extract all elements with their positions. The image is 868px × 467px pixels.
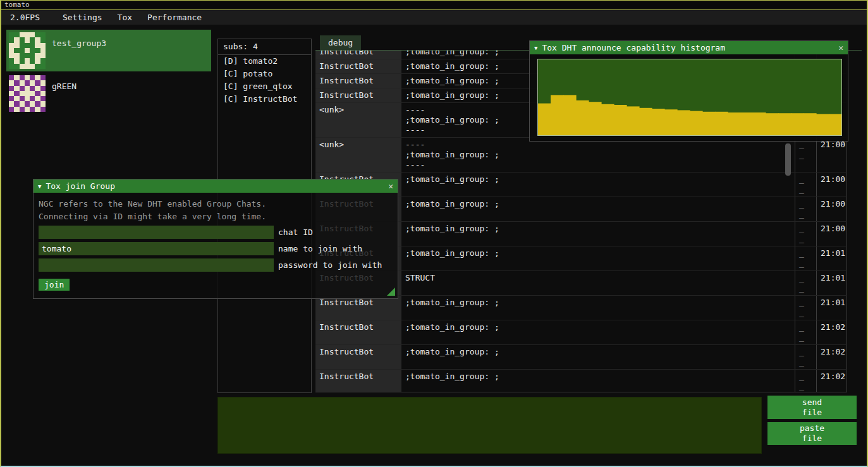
message-text: ;tomato_in_group: ; bbox=[401, 222, 795, 246]
histogram-window-title: Tox DHT announce capability histogram bbox=[542, 43, 834, 52]
histogram-window-body bbox=[530, 54, 848, 141]
app-window: tomato 2.0FPS SettingsToxPerformance tes… bbox=[0, 0, 868, 467]
join-window-body: NGC refers to the New DHT enabled Group … bbox=[34, 193, 398, 298]
chat-row[interactable]: InstructBot;tomato_in_group: ;_ _21:02 bbox=[315, 370, 847, 392]
chat-row[interactable]: <unk>---- ;tomato_in_group: ; ----_ _21:… bbox=[315, 138, 847, 173]
message-flags: _ _ bbox=[795, 296, 816, 320]
message-text: ;tomato_in_group: ; bbox=[401, 173, 795, 197]
sender-name: <unk> bbox=[315, 138, 401, 172]
message-time: 21:00 bbox=[816, 197, 847, 221]
message-text: ;tomato_in_group: ; bbox=[401, 296, 795, 320]
sender-name: InstructBot bbox=[315, 296, 401, 320]
message-text: ;tomato_in_group: ; bbox=[401, 246, 795, 270]
join-group-window: ▼ Tox join Group ✕ NGC refers to the New… bbox=[33, 179, 398, 299]
sender-name: InstructBot bbox=[315, 320, 401, 344]
sender-name: InstructBot bbox=[315, 59, 401, 73]
menu-tox[interactable]: Tox bbox=[110, 10, 140, 25]
join-password-input[interactable] bbox=[39, 258, 274, 272]
message-time: 21:02 bbox=[816, 320, 847, 344]
subs-list: [D] tomato2[C] potato[C] green_qtox[C] I… bbox=[218, 55, 311, 106]
chat-id-label: chat ID bbox=[278, 227, 313, 237]
close-icon[interactable]: ✕ bbox=[838, 43, 843, 52]
subs-item[interactable]: [C] InstructBot bbox=[218, 93, 311, 106]
chat-id-input[interactable] bbox=[39, 226, 274, 239]
message-flags: _ _ bbox=[795, 197, 816, 221]
message-text: STRUCT bbox=[401, 271, 795, 295]
message-time: 21:02 bbox=[816, 370, 847, 392]
sender-name: <unk> bbox=[315, 103, 401, 137]
sender-name: InstructBot bbox=[315, 370, 401, 392]
contact-test-group3[interactable]: test_group3 bbox=[6, 30, 211, 71]
contact-name: gREEN bbox=[52, 82, 76, 91]
histogram-window: ▼ Tox DHT announce capability histogram … bbox=[529, 40, 848, 142]
chat-scrollbar-thumb[interactable] bbox=[785, 143, 791, 176]
join-password-label: password to join with bbox=[278, 260, 382, 270]
contact-name: test_group3 bbox=[52, 39, 106, 48]
avatar bbox=[9, 75, 46, 112]
join-button[interactable]: join bbox=[39, 279, 70, 291]
subs-item[interactable]: [D] tomato2 bbox=[218, 55, 311, 68]
message-time: 21:01 bbox=[816, 271, 847, 295]
message-flags: _ _ bbox=[795, 370, 816, 392]
join-window-titlebar[interactable]: ▼ Tox join Group ✕ bbox=[34, 179, 398, 193]
menu-performance[interactable]: Performance bbox=[140, 10, 209, 25]
chat-row[interactable]: InstructBot;tomato_in_group: ;_ _21:02 bbox=[315, 320, 847, 345]
collapse-arrow-icon[interactable]: ▼ bbox=[534, 45, 537, 51]
menu-bar: 2.0FPS SettingsToxPerformance bbox=[1, 10, 867, 25]
message-time: 21:02 bbox=[816, 345, 847, 369]
subs-item[interactable]: [C] potato bbox=[218, 68, 311, 80]
message-flags: _ _ bbox=[795, 138, 816, 172]
message-time: 21:00 bbox=[816, 138, 847, 172]
sender-name: InstructBot bbox=[315, 88, 401, 102]
message-flags: _ _ bbox=[795, 173, 816, 197]
contact-green[interactable]: gREEN bbox=[6, 73, 211, 114]
paste-file-button[interactable]: paste file bbox=[767, 422, 857, 445]
contact-list: test_group3gREEN bbox=[6, 30, 211, 116]
dht-histogram-chart bbox=[537, 59, 842, 136]
avatar bbox=[9, 32, 46, 69]
message-flags: _ _ bbox=[795, 345, 816, 369]
sender-name: InstructBot bbox=[315, 345, 401, 369]
subs-header: subs: 4 bbox=[218, 39, 311, 55]
chat-row[interactable]: InstructBot;tomato_in_group: ;_ _21:02 bbox=[315, 345, 847, 370]
message-flags: _ _ bbox=[795, 246, 816, 270]
join-name-input[interactable]: tomato bbox=[39, 242, 274, 255]
message-time: 21:00 bbox=[816, 173, 847, 197]
tab-debug[interactable]: debug bbox=[320, 35, 361, 50]
join-fields: chat IDtomatoname to join withpassword t… bbox=[39, 226, 393, 272]
close-icon[interactable]: ✕ bbox=[388, 181, 393, 191]
join-info-line: Connecting via ID might take a very long… bbox=[39, 210, 393, 223]
message-flags: _ _ bbox=[795, 222, 816, 246]
subs-item[interactable]: [C] green_qtox bbox=[218, 80, 311, 93]
sender-name: InstructBot bbox=[315, 74, 401, 88]
sender-name: InstructBot bbox=[315, 51, 401, 59]
menu-settings[interactable]: Settings bbox=[55, 10, 110, 25]
fps-counter: 2.0FPS bbox=[4, 13, 46, 22]
message-text: ;tomato_in_group: ; bbox=[401, 345, 795, 369]
message-text: ;tomato_in_group: ; bbox=[401, 320, 795, 344]
message-text: ---- ;tomato_in_group: ; ---- bbox=[401, 138, 795, 172]
message-time: 21:01 bbox=[816, 246, 847, 270]
message-flags: _ _ bbox=[795, 320, 816, 344]
join-info-line: NGC refers to the New DHT enabled Group … bbox=[39, 198, 393, 210]
message-time: 21:01 bbox=[816, 296, 847, 320]
send-file-button[interactable]: send file bbox=[767, 396, 857, 419]
join-info-text: NGC refers to the New DHT enabled Group … bbox=[39, 198, 393, 223]
collapse-arrow-icon[interactable]: ▼ bbox=[38, 183, 41, 190]
join-name-label: name to join with bbox=[278, 244, 362, 253]
message-text: ;tomato_in_group: ; bbox=[401, 370, 795, 392]
window-title: tomato bbox=[4, 1, 30, 9]
message-input[interactable] bbox=[217, 397, 762, 454]
chat-row[interactable]: InstructBot;tomato_in_group: ;_ _21:01 bbox=[315, 296, 847, 320]
histogram-window-titlebar[interactable]: ▼ Tox DHT announce capability histogram … bbox=[530, 41, 848, 54]
message-time: 21:00 bbox=[816, 222, 847, 246]
message-text: ;tomato_in_group: ; bbox=[401, 197, 795, 221]
join-window-title: Tox join Group bbox=[46, 181, 384, 191]
window-titlebar: tomato bbox=[1, 1, 867, 10]
resize-grip[interactable] bbox=[387, 288, 395, 296]
message-flags: _ _ bbox=[795, 271, 816, 295]
